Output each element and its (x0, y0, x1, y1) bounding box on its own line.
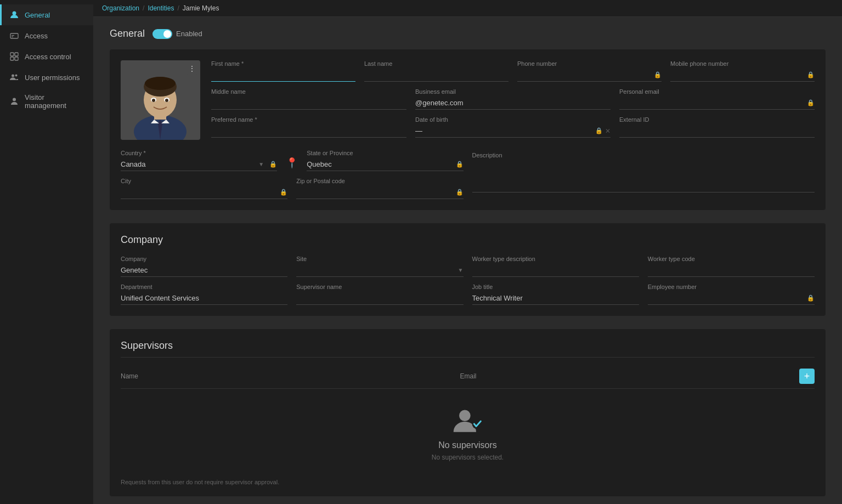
enabled-toggle[interactable]: Enabled (152, 29, 202, 39)
mobile-phone-input[interactable] (670, 69, 805, 81)
site-input-wrapper: ▼ (296, 264, 463, 277)
no-supervisors-icon (451, 405, 484, 440)
site-group: Site ▼ (296, 256, 463, 277)
dob-label: Date of birth (415, 116, 611, 123)
preferred-name-input[interactable] (211, 124, 406, 137)
city-label: City (121, 178, 287, 184)
description-group: Description (472, 150, 815, 199)
job-title-input[interactable] (472, 292, 639, 304)
dob-clear-icon[interactable]: ✕ (605, 127, 611, 135)
sidebar-item-visitor-management[interactable]: Visitor management (0, 88, 93, 115)
state-lock-icon: 🔒 (456, 161, 464, 168)
department-input[interactable] (121, 292, 287, 304)
city-input[interactable] (121, 186, 274, 199)
worker-type-code-input-wrapper (648, 264, 815, 277)
country-label: Country * (121, 150, 277, 156)
description-input[interactable] (472, 160, 815, 192)
fields-row-3: Preferred name * Date of birth 🔒 ✕ (211, 116, 815, 138)
svg-rect-1 (10, 33, 18, 38)
dob-group: Date of birth 🔒 ✕ (415, 116, 611, 138)
supervisor-name-input[interactable] (296, 292, 463, 304)
personal-email-input[interactable] (619, 97, 805, 109)
sidebar-item-label: Access (25, 32, 48, 40)
department-group: Department (121, 284, 287, 305)
toggle-thumb (163, 30, 171, 38)
mobile-lock-icon: 🔒 (807, 71, 815, 78)
mobile-phone-group: Mobile phone number 🔒 (670, 60, 815, 82)
city-input-wrapper: 🔒 (121, 186, 287, 199)
breadcrumb-identities[interactable]: Identities (148, 4, 174, 12)
company-row-1: Company Site ▼ Worker type descrip (121, 256, 815, 277)
state-input[interactable] (307, 158, 450, 171)
last-name-input-wrapper (364, 69, 508, 82)
zip-input[interactable] (296, 186, 450, 199)
mobile-phone-input-wrapper: 🔒 (670, 69, 815, 82)
worker-type-desc-group: Worker type description (472, 256, 639, 277)
first-name-input-wrapper (211, 69, 355, 82)
breadcrumb-current: Jamie Myles (183, 4, 219, 12)
dob-lock-icon: 🔒 (595, 127, 603, 134)
employee-number-input[interactable] (648, 292, 805, 304)
phone-input[interactable] (517, 69, 652, 81)
sidebar-item-label: Visitor management (25, 93, 86, 110)
supervisors-title: Supervisors (121, 340, 815, 358)
country-input-wrapper: Canada ▼ 🔒 (121, 158, 277, 171)
svg-point-24 (459, 410, 471, 421)
breadcrumb-org[interactable]: Organization (102, 4, 139, 12)
last-name-input[interactable] (364, 69, 508, 81)
phone-label: Phone number (517, 60, 662, 67)
worker-type-desc-input[interactable] (472, 264, 639, 276)
visitor-icon (9, 97, 19, 106)
company-title: Company (121, 234, 815, 246)
phone-group: Phone number 🔒 (517, 60, 662, 82)
svg-point-8 (12, 75, 14, 77)
country-select[interactable]: Canada (121, 158, 255, 171)
sidebar-item-label: General (25, 11, 50, 19)
site-dropdown-arrow: ▼ (458, 267, 464, 273)
card-icon (9, 31, 19, 41)
svg-rect-7 (15, 57, 18, 60)
photo-menu-button[interactable]: ⋮ (186, 63, 198, 75)
middle-name-label: Middle name (211, 88, 406, 95)
supervisor-note: Requests from this user do not require s… (121, 479, 815, 485)
external-id-label: External ID (619, 116, 815, 123)
toggle-track[interactable] (152, 29, 172, 39)
worker-type-code-label: Worker type code (648, 256, 815, 262)
sidebar-item-access-control[interactable]: Access control (0, 46, 93, 67)
external-id-group: External ID (619, 116, 815, 138)
city-lock-icon: 🔒 (280, 189, 287, 196)
country-lock-icon: 🔒 (269, 161, 277, 168)
middle-name-input[interactable] (211, 97, 406, 109)
main-content: Organization / Identities / Jamie Myles … (93, 0, 842, 504)
supervisors-header-row: Name Email + (121, 364, 815, 389)
middle-name-group: Middle name (211, 88, 406, 110)
external-id-input[interactable] (619, 124, 815, 137)
toggle-label: Enabled (176, 30, 202, 38)
company-input[interactable] (121, 264, 287, 276)
employee-number-input-wrapper: 🔒 (648, 292, 815, 305)
profile-photo-container: ⋮ (121, 60, 200, 140)
svg-rect-4 (10, 53, 14, 56)
svg-point-9 (15, 75, 18, 77)
personal-email-group: Personal email 🔒 (619, 88, 815, 110)
department-input-wrapper (121, 292, 287, 305)
worker-type-code-input[interactable] (648, 264, 815, 276)
business-email-input[interactable] (415, 97, 611, 109)
sidebar-item-user-permissions[interactable]: User permissions (0, 67, 93, 88)
sidebar-item-access[interactable]: Access (0, 25, 93, 46)
sidebar-item-general[interactable]: General (0, 4, 93, 25)
worker-type-desc-input-wrapper (472, 264, 639, 277)
people-icon (9, 72, 19, 82)
supervisor-name-group: Supervisor name (296, 284, 463, 305)
job-title-label: Job title (472, 284, 639, 290)
add-supervisor-button[interactable]: + (799, 369, 815, 384)
first-name-input[interactable] (211, 69, 355, 81)
fields-row-2: Middle name Business email (211, 88, 815, 110)
business-email-group: Business email (415, 88, 611, 110)
state-group: State or Province 🔒 (307, 150, 463, 171)
job-title-input-wrapper (472, 292, 639, 305)
preferred-name-group: Preferred name * (211, 116, 406, 138)
mobile-phone-label: Mobile phone number (670, 60, 815, 67)
site-select[interactable] (296, 264, 457, 276)
dob-input[interactable] (415, 124, 593, 137)
